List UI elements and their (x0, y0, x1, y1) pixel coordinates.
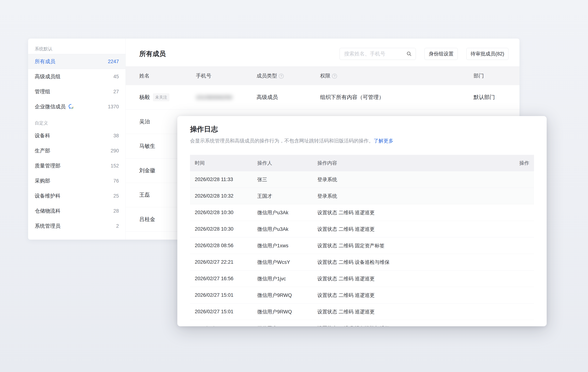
log-operator: 微信用户9RWQ (257, 309, 317, 315)
sidebar-item-label: 管理组 (35, 88, 50, 95)
member-row[interactable]: 杨毅 未关注 15158306250 高级成员 组织下所有内容（可管理） 默认部… (126, 85, 519, 110)
members-toolbar: 所有成员 身份组设置 待审批成员(82) (126, 48, 519, 60)
log-row: 2026/02/27 15:01 微信用户9RWQ 设置状态 二维码 巡逻巡更 (190, 303, 534, 320)
log-operator: 微信用户u3Ak (257, 209, 317, 216)
log-time: 2026/02/28 10:30 (195, 226, 257, 232)
modal-description: 会显示系统管理员和高级成员的操作行为，不包含网址跳转活码和旧版活码的操作。了解更… (190, 137, 534, 145)
sidebar-item[interactable]: 高级成员组 45 (28, 69, 126, 84)
sidebar-item-count: 38 (113, 133, 119, 139)
members-column-header: 手机号 (196, 72, 256, 79)
sidebar-item-count: 1370 (108, 104, 119, 110)
member-phone-blurred: 15158306250 (196, 94, 232, 100)
learn-more-link[interactable]: 了解更多 (374, 138, 393, 144)
log-content: 设置状态 二维码 巡逻巡更 (317, 209, 505, 216)
member-search[interactable] (340, 48, 416, 60)
sidebar-item[interactable]: 生产部 290 (28, 143, 126, 158)
search-icon[interactable] (406, 51, 412, 57)
member-type: 高级成员 (256, 94, 320, 101)
sidebar-item-label: 企业微信成员 (35, 103, 66, 110)
members-column-header: 部门 (473, 72, 519, 79)
log-time: 2026/02/27 14:33 (195, 325, 257, 326)
log-table: 时间 操作人 操作内容 操作 2026/02/28 11:33 张三 登录系统 … (190, 155, 534, 326)
log-content: 设置状态 二维码 设备巡检与维保 (317, 259, 505, 265)
sidebar-item-label: 系统管理员 (35, 222, 61, 230)
members-column-header: 姓名 (139, 72, 196, 79)
sidebar-item[interactable]: 企业微信成员 1370 (28, 99, 126, 114)
log-table-body: 2026/02/28 11:33 张三 登录系统 2026/02/28 10:3… (190, 171, 534, 326)
log-row: 2026/02/27 15:01 微信用户9RWQ 设置状态 二维码 巡逻巡更 (190, 287, 534, 303)
log-row: 2026/02/28 10:32 王国才 登录系统 (190, 188, 534, 204)
member-name: 马敏生 (139, 142, 155, 150)
member-permission: 组织下所有内容（可管理） (320, 94, 473, 101)
sidebar-item-count: 290 (111, 148, 119, 154)
search-input[interactable] (344, 51, 404, 57)
help-icon[interactable]: ? (332, 74, 337, 79)
sidebar-group-custom: 设备科 38 生产部 290 质量管理部 152 (28, 128, 126, 233)
sidebar-item-label: 质量管理部 (35, 162, 61, 169)
log-header-content: 操作内容 (317, 160, 505, 166)
sidebar-item-count: 152 (111, 163, 119, 169)
log-header-action: 操作 (505, 160, 529, 166)
log-row: 2026/02/28 08:56 微信用户1xws 设置状态 二维码 固定资产标… (190, 237, 534, 254)
sidebar-group-system: 所有成员 2247 高级成员组 45 管理组 (28, 54, 126, 114)
sidebar-item-label: 高级成员组 (35, 73, 61, 80)
sidebar-item-count: 25 (113, 193, 119, 199)
sidebar-item-label: 采购部 (35, 177, 50, 184)
log-time: 2026/02/27 15:01 (195, 309, 257, 314)
member-name: 吕桂金 (139, 216, 155, 223)
sidebar: 系统默认 所有成员 2247 高级成员组 45 (28, 39, 126, 240)
log-header-time: 时间 (195, 160, 257, 166)
sidebar-item[interactable]: 质量管理部 152 (28, 158, 126, 173)
member-name: 刘金徽 (139, 167, 155, 174)
log-content: 设置状态 二维码 巡逻巡更 (317, 275, 505, 282)
identity-group-settings-button[interactable]: 身份组设置 (424, 48, 458, 60)
sidebar-item-count: 76 (113, 178, 119, 184)
sidebar-item-label: 所有成员 (35, 58, 55, 65)
sidebar-item[interactable]: 管理组 27 (28, 84, 126, 99)
sidebar-item-label: 生产部 (35, 147, 50, 154)
sidebar-item-count: 45 (113, 74, 119, 80)
sidebar-item[interactable]: 设备维护科 25 (28, 188, 126, 203)
log-time: 2026/02/28 08:56 (195, 243, 257, 248)
help-icon[interactable]: ? (279, 74, 284, 79)
log-row: 2026/02/28 10:30 微信用户u3Ak 设置状态 二维码 巡逻巡更 (190, 221, 534, 237)
sidebar-item[interactable]: 所有成员 2247 (28, 54, 126, 69)
log-operator: 王国才 (257, 193, 317, 199)
log-operator: 张三 (257, 176, 317, 183)
log-time: 2026/02/27 22:21 (195, 259, 257, 265)
member-name: 杨毅 (139, 94, 150, 101)
log-table-header: 时间 操作人 操作内容 操作 (190, 155, 534, 171)
sidebar-section-system-default: 系统默认 (28, 44, 126, 54)
log-operator: 微信用户u3Ak (257, 226, 317, 232)
members-column-header: 成员类型? (256, 72, 320, 79)
members-column-header: 权限? (320, 72, 473, 79)
sidebar-item-label: 设备维护科 (35, 192, 61, 199)
sidebar-item-count: 27 (113, 89, 119, 95)
log-content: 设置状态 二维码 巡逻巡更 (317, 292, 505, 299)
operation-log-modal: 操作日志 会显示系统管理员和高级成员的操作行为，不包含网址跳转活码和旧版活码的操… (177, 116, 547, 326)
log-time: 2026/02/27 15:01 (195, 292, 257, 298)
member-name: 王磊 (139, 191, 150, 199)
log-operator: 微信用户1xws (257, 242, 317, 249)
sidebar-item[interactable]: 系统管理员 2 (28, 219, 126, 233)
member-department: 默认部门 (473, 94, 519, 101)
pending-members-button[interactable]: 待审批成员(82) (466, 48, 508, 60)
sidebar-item[interactable]: 采购部 76 (28, 173, 126, 188)
sidebar-item[interactable]: 仓储物流科 28 (28, 203, 126, 219)
modal-title: 操作日志 (190, 124, 534, 134)
members-table-header: 姓名 手机号 成员类型? 权限? 部门 (126, 66, 519, 85)
sidebar-item[interactable]: 设备科 38 (28, 128, 126, 143)
sidebar-item-count: 2247 (108, 59, 119, 64)
sidebar-item-label: 仓储物流科 (35, 208, 61, 214)
member-name: 吴治 (139, 118, 150, 125)
log-content: 设置状态 二维码 设备巡检与维保 (317, 325, 505, 326)
not-followed-badge: 未关注 (153, 93, 169, 101)
log-row: 2026/02/28 11:33 张三 登录系统 (190, 171, 534, 188)
log-content: 设置状态 二维码 巡逻巡更 (317, 226, 505, 232)
log-operator: 微信用户1jvc (257, 275, 317, 282)
log-operator: 微信用户WcsY (257, 259, 317, 265)
wecom-icon (68, 103, 74, 110)
log-operator: 微信用户Unbg (257, 325, 317, 326)
log-time: 2026/02/28 10:32 (195, 193, 257, 199)
log-row: 2026/02/27 14:33 微信用户Unbg 设置状态 二维码 设备巡检与… (190, 320, 534, 326)
